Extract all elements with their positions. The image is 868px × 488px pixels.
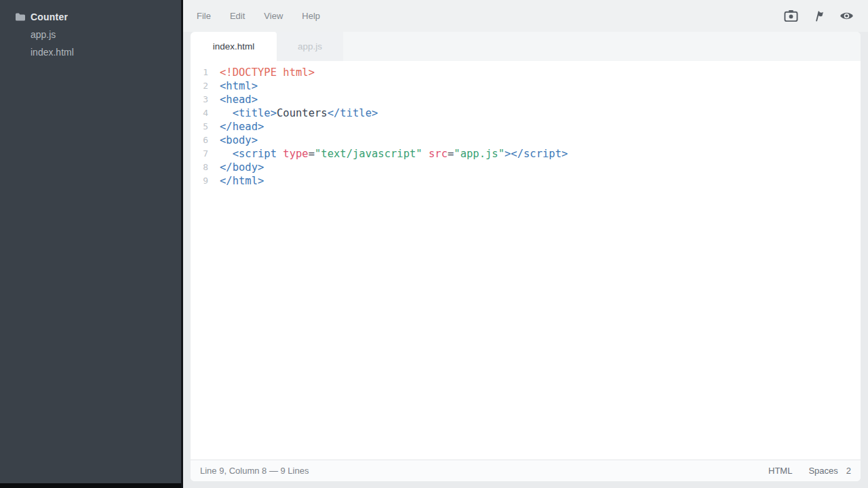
code-line-1[interactable]: 1<!DOCTYPE html> xyxy=(191,66,861,79)
line-content: </html> xyxy=(208,174,264,188)
code-line-4[interactable]: 4 <title>Counters</title> xyxy=(191,106,861,120)
line-number: 9 xyxy=(191,174,208,188)
menu-view[interactable]: View xyxy=(264,11,283,21)
line-content: </head> xyxy=(208,120,264,134)
tab-bar: index.htmlapp.js xyxy=(191,32,861,61)
line-content: <html> xyxy=(208,79,258,93)
line-number: 1 xyxy=(191,66,208,79)
menu-bar: FileEditViewHelp xyxy=(183,0,868,32)
line-number: 4 xyxy=(191,106,208,120)
file-explorer-sidebar: Counter app.jsindex.html xyxy=(0,0,183,488)
line-content: <body> xyxy=(208,134,258,147)
code-line-7[interactable]: 7 <script type="text/javascript" src="ap… xyxy=(191,147,861,161)
line-content: <!DOCTYPE html> xyxy=(208,66,315,79)
line-number: 6 xyxy=(191,134,208,147)
sidebar-bottom-edge xyxy=(0,483,181,488)
code-editor[interactable]: 1<!DOCTYPE html>2<html>3<head>4 <title>C… xyxy=(191,61,861,460)
tab-index.html[interactable]: index.html xyxy=(191,32,277,61)
line-content: <title>Counters</title> xyxy=(208,106,378,120)
camera-button[interactable] xyxy=(783,9,799,23)
code-line-8[interactable]: 8</body> xyxy=(191,161,861,174)
line-number: 8 xyxy=(191,161,208,174)
flag-icon xyxy=(812,9,825,22)
preview-button[interactable] xyxy=(839,9,854,22)
line-number: 5 xyxy=(191,120,208,134)
sidebar-item-index.html[interactable]: index.html xyxy=(0,43,181,61)
status-bar: Line 9, Column 8 — 9 Lines HTMLSpaces2 xyxy=(191,460,861,481)
code-line-6[interactable]: 6<body> xyxy=(191,134,861,147)
menu-edit[interactable]: Edit xyxy=(230,11,245,21)
folder-name: Counter xyxy=(31,12,68,22)
folder-icon xyxy=(15,12,26,22)
status-html[interactable]: HTML xyxy=(768,466,792,476)
line-content: <script type="text/javascript" src="app.… xyxy=(208,147,568,161)
line-content: </body> xyxy=(208,161,264,174)
status-spaces-value: 2 xyxy=(846,466,851,476)
sidebar-folder-counter[interactable]: Counter xyxy=(0,8,181,26)
menu-items: FileEditViewHelp xyxy=(197,11,339,21)
status-right: HTMLSpaces2 xyxy=(752,466,851,476)
code-line-9[interactable]: 9</html> xyxy=(191,174,861,188)
editor-card: index.htmlapp.js 1<!DOCTYPE html>2<html>… xyxy=(191,32,861,481)
main-area: FileEditViewHelp xyxy=(183,0,868,488)
eye-icon xyxy=(839,9,854,22)
status-spaces[interactable]: Spaces2 xyxy=(808,466,851,476)
code-line-5[interactable]: 5</head> xyxy=(191,120,861,134)
line-number: 3 xyxy=(191,93,208,106)
line-number: 2 xyxy=(191,79,208,93)
flag-button[interactable] xyxy=(812,9,825,22)
cursor-position: Line 9, Column 8 — 9 Lines xyxy=(200,466,309,476)
code-line-2[interactable]: 2<html> xyxy=(191,79,861,93)
line-number: 7 xyxy=(191,147,208,161)
code-line-3[interactable]: 3<head> xyxy=(191,93,861,106)
tab-bar-empty-space xyxy=(343,32,861,61)
sidebar-item-app.js[interactable]: app.js xyxy=(0,26,181,43)
menu-file[interactable]: File xyxy=(197,11,211,21)
camera-icon xyxy=(783,9,799,23)
tab-app.js[interactable]: app.js xyxy=(277,32,343,61)
menu-help[interactable]: Help xyxy=(302,11,320,21)
line-content: <head> xyxy=(208,93,258,106)
file-list: app.jsindex.html xyxy=(0,26,181,61)
